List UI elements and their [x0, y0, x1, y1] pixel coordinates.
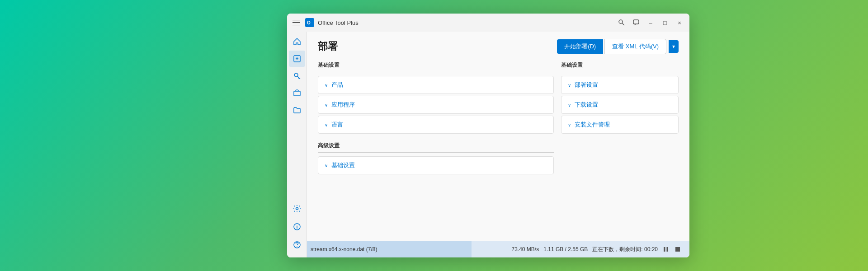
svg-line-3 — [622, 23, 624, 25]
accordion-install-management: ∨ 安装文件管理 — [561, 116, 679, 134]
title-bar: O Office Tool Plus – □ — [287, 14, 689, 32]
accordion-product: ∨ 产品 — [318, 76, 554, 94]
sidebar-item-tools[interactable] — [289, 85, 305, 101]
svg-rect-17 — [675, 247, 680, 252]
header-buttons: 开始部署(D) 查看 XML 代码(V) ▾ — [557, 39, 679, 54]
accordion-download-settings-header[interactable]: ∨ 下载设置 — [561, 96, 678, 113]
download-size: 1.11 GB / 2.55 GB — [543, 246, 588, 252]
sidebar-item-info[interactable] — [289, 219, 305, 235]
title-bar-left: O Office Tool Plus — [291, 17, 615, 28]
accordion-language-header[interactable]: ∨ 语言 — [318, 116, 553, 133]
download-speed: 73.40 MB/s — [512, 246, 539, 252]
dropdown-button[interactable]: ▾ — [669, 40, 679, 53]
app-title: Office Tool Plus — [318, 19, 359, 26]
title-bar-actions: – □ × — [615, 16, 686, 29]
chevron-icon: ∨ — [325, 163, 328, 168]
right-section-title: 基础设置 — [561, 59, 679, 72]
accordion-basic-advanced-label: 基础设置 — [331, 161, 355, 169]
svg-point-9 — [296, 208, 298, 210]
titlebar-chat-button[interactable] — [630, 16, 642, 29]
sidebar-item-key[interactable] — [289, 68, 305, 84]
main-content: 部署 开始部署(D) 查看 XML 代码(V) ▾ 基础设置 ∨ 产品 — [307, 32, 689, 257]
svg-rect-2 — [619, 20, 623, 23]
svg-point-14 — [297, 246, 297, 247]
app-logo: O — [305, 18, 314, 27]
accordion-install-management-label: 安装文件管理 — [575, 121, 610, 129]
accordion-deploy-settings: ∨ 部署设置 — [561, 76, 679, 94]
chevron-icon: ∨ — [568, 83, 571, 88]
sidebar-item-deploy[interactable] — [289, 51, 305, 67]
accordion-apps-label: 应用程序 — [331, 101, 355, 109]
accordion-language: ∨ 语言 — [318, 116, 554, 134]
left-section-title: 基础设置 — [318, 59, 554, 72]
download-stats: 73.40 MB/s 1.11 GB / 2.55 GB 正在下数，剩余时间: … — [512, 246, 658, 253]
chevron-icon: ∨ — [325, 103, 328, 107]
accordion-deploy-settings-label: 部署设置 — [575, 81, 598, 89]
svg-rect-16 — [667, 247, 669, 252]
chevron-icon: ∨ — [568, 103, 571, 107]
window-body: 部署 开始部署(D) 查看 XML 代码(V) ▾ 基础设置 ∨ 产品 — [287, 32, 689, 257]
maximize-button[interactable]: □ — [659, 16, 671, 29]
sidebar-item-settings[interactable] — [289, 201, 305, 217]
sidebar — [287, 32, 307, 257]
download-controls — [661, 245, 682, 254]
accordion-download-settings-label: 下载设置 — [575, 101, 598, 109]
accordion-product-label: 产品 — [331, 81, 343, 89]
page-title: 部署 — [318, 40, 338, 53]
app-window: O Office Tool Plus – □ — [287, 14, 689, 257]
hamburger-menu-icon[interactable] — [291, 17, 302, 28]
accordion-apps: ∨ 应用程序 — [318, 96, 554, 114]
content-area: 基础设置 ∨ 产品 ∨ 应用程序 — [307, 59, 689, 241]
accordion-basic-advanced: ∨ 基础设置 — [318, 156, 554, 174]
accordion-basic-advanced-header[interactable]: ∨ 基础设置 — [318, 157, 553, 174]
left-panel: 基础设置 ∨ 产品 ∨ 应用程序 — [318, 59, 554, 234]
accordion-language-label: 语言 — [331, 121, 343, 129]
svg-point-6 — [294, 73, 298, 77]
right-panel: 基础设置 ∨ 部署设置 ∨ 下载设置 — [561, 59, 679, 234]
accordion-product-header[interactable]: ∨ 产品 — [318, 76, 553, 93]
chevron-icon: ∨ — [325, 122, 328, 127]
download-filename: stream.x64.x-none.dat (7/8) — [311, 246, 508, 252]
sidebar-item-folder[interactable] — [289, 102, 305, 118]
svg-rect-4 — [633, 20, 639, 24]
minimize-button[interactable]: – — [644, 16, 657, 29]
titlebar-search-button[interactable] — [615, 16, 628, 29]
download-bar: stream.x64.x-none.dat (7/8) 73.40 MB/s 1… — [307, 241, 689, 257]
advanced-section-title: 高级设置 — [318, 139, 554, 153]
view-xml-button[interactable]: 查看 XML 代码(V) — [604, 39, 666, 54]
chevron-icon: ∨ — [325, 83, 328, 88]
accordion-download-settings: ∨ 下载设置 — [561, 96, 679, 114]
accordion-apps-header[interactable]: ∨ 应用程序 — [318, 96, 553, 113]
svg-rect-15 — [664, 247, 665, 252]
pause-button[interactable] — [661, 245, 670, 254]
stop-button[interactable] — [673, 245, 682, 254]
sidebar-item-home[interactable] — [289, 33, 305, 50]
accordion-install-management-header[interactable]: ∨ 安装文件管理 — [561, 116, 678, 133]
download-status: 正在下数，剩余时间: 00:20 — [592, 246, 658, 252]
download-bar-content: stream.x64.x-none.dat (7/8) 73.40 MB/s 1… — [311, 245, 682, 254]
close-button[interactable]: × — [673, 16, 686, 29]
main-header: 部署 开始部署(D) 查看 XML 代码(V) ▾ — [307, 32, 689, 59]
start-deploy-button[interactable]: 开始部署(D) — [557, 39, 603, 54]
svg-text:O: O — [307, 20, 311, 25]
accordion-deploy-settings-header[interactable]: ∨ 部署设置 — [561, 76, 678, 93]
advanced-section: 高级设置 ∨ 基础设置 — [318, 139, 554, 176]
sidebar-bottom — [289, 201, 305, 257]
svg-point-12 — [297, 225, 297, 226]
svg-rect-8 — [294, 91, 300, 96]
sidebar-item-help[interactable] — [289, 237, 305, 253]
chevron-icon: ∨ — [568, 122, 571, 127]
